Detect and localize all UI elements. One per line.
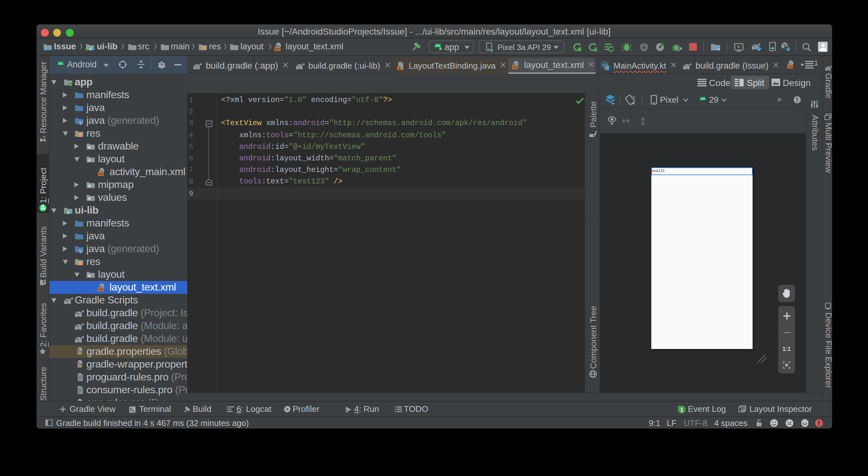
svg-text:J: J [398,66,400,70]
svg-text:A: A [594,47,597,52]
svg-text:1: 1 [680,407,683,413]
svg-text:<>: <> [275,47,279,51]
